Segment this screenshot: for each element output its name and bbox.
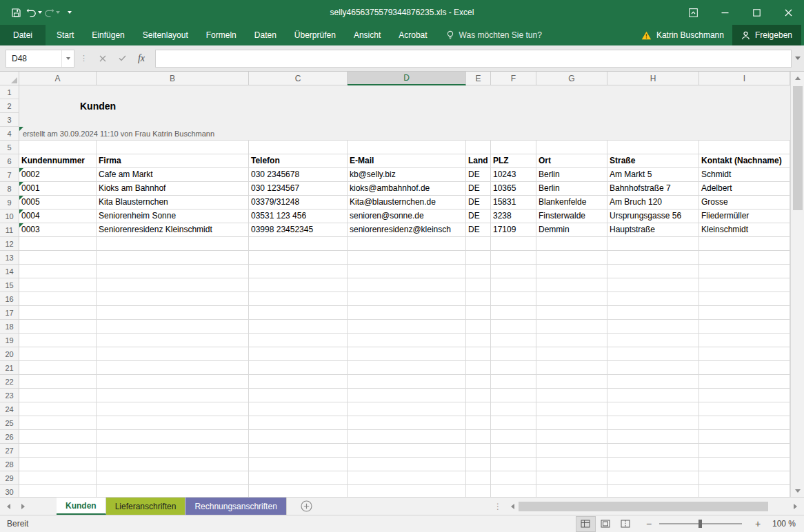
cell-E17[interactable] xyxy=(466,306,491,320)
cell-D17[interactable] xyxy=(348,306,466,320)
cell-B29[interactable] xyxy=(97,471,249,485)
cell-E6[interactable]: Land xyxy=(466,154,491,168)
cell-I13[interactable] xyxy=(699,251,790,265)
tab-datei[interactable]: Datei xyxy=(0,25,46,45)
cell-C6[interactable]: Telefon xyxy=(249,154,348,168)
column-header-F[interactable]: F xyxy=(491,72,536,85)
cell-B10[interactable]: Seniorenheim Sonne xyxy=(97,209,249,223)
cell-F12[interactable] xyxy=(491,237,536,251)
cell-A8[interactable]: 0001 xyxy=(19,182,97,196)
cell-H8[interactable]: Bahnhofstraße 7 xyxy=(607,182,699,196)
cell-H29[interactable] xyxy=(607,471,699,485)
cell-G6[interactable]: Ort xyxy=(536,154,607,168)
cell-B21[interactable] xyxy=(97,361,249,375)
formula-input[interactable] xyxy=(155,50,792,68)
cell-F8[interactable]: 10365 xyxy=(491,182,536,196)
cell-I17[interactable] xyxy=(699,306,790,320)
row-header-30[interactable]: 30 xyxy=(0,485,19,497)
cell-H18[interactable] xyxy=(607,320,699,334)
cell-F11[interactable]: 17109 xyxy=(491,223,536,237)
cell-E26[interactable] xyxy=(466,430,491,444)
cell-B16[interactable] xyxy=(97,292,249,306)
cell-H24[interactable] xyxy=(607,402,699,416)
row-header-8[interactable]: 8 xyxy=(0,182,19,196)
page-break-preview-button[interactable] xyxy=(616,517,635,531)
cell-I30[interactable] xyxy=(699,485,790,497)
cell-F13[interactable] xyxy=(491,251,536,265)
cell-E23[interactable] xyxy=(466,389,491,402)
cell-C30[interactable] xyxy=(249,485,348,497)
cell-H6[interactable]: Straße xyxy=(607,154,699,168)
cell-H15[interactable] xyxy=(607,278,699,292)
column-header-D[interactable]: D xyxy=(348,72,466,85)
cell-A14[interactable] xyxy=(19,265,97,278)
cell-F25[interactable] xyxy=(491,416,536,430)
cell-A19[interactable] xyxy=(19,334,97,347)
cell-I20[interactable] xyxy=(699,347,790,361)
cell-E25[interactable] xyxy=(466,416,491,430)
cell-I8[interactable]: Adelbert xyxy=(699,182,790,196)
zoom-percentage[interactable]: 100 % xyxy=(772,519,804,529)
cell-I7[interactable]: Schmidt xyxy=(699,168,790,182)
horizontal-scrollbar-track[interactable] xyxy=(519,501,789,512)
cell-D20[interactable] xyxy=(348,347,466,361)
cell-H7[interactable]: Am Markt 5 xyxy=(607,168,699,182)
cell-F21[interactable] xyxy=(491,361,536,375)
cell-G13[interactable] xyxy=(536,251,607,265)
cell-G14[interactable] xyxy=(536,265,607,278)
cell-I9[interactable]: Grosse xyxy=(699,196,790,209)
row-header-28[interactable]: 28 xyxy=(0,458,19,471)
cell-G18[interactable] xyxy=(536,320,607,334)
cell-I26[interactable] xyxy=(699,430,790,444)
cell-I18[interactable] xyxy=(699,320,790,334)
cell-B26[interactable] xyxy=(97,430,249,444)
cell-H12[interactable] xyxy=(607,237,699,251)
cell-E27[interactable] xyxy=(466,444,491,458)
row-header-16[interactable]: 16 xyxy=(0,292,19,306)
row-header-11[interactable]: 11 xyxy=(0,223,19,237)
maximize-button[interactable] xyxy=(741,0,772,25)
row-header-23[interactable]: 23 xyxy=(0,389,19,402)
cell-C28[interactable] xyxy=(249,458,348,471)
scroll-down-button[interactable] xyxy=(791,484,804,497)
cell-C26[interactable] xyxy=(249,430,348,444)
cell-D16[interactable] xyxy=(348,292,466,306)
zoom-slider-thumb[interactable] xyxy=(699,520,702,528)
cell-A29[interactable] xyxy=(19,471,97,485)
sheet-nav-right-button[interactable] xyxy=(21,502,25,511)
cell-A5[interactable] xyxy=(19,141,97,154)
cell-G9[interactable]: Blankenfelde xyxy=(536,196,607,209)
cell-I22[interactable] xyxy=(699,375,790,389)
column-header-E[interactable]: E xyxy=(466,72,491,85)
add-sheet-button[interactable] xyxy=(292,498,321,515)
cell-A27[interactable] xyxy=(19,444,97,458)
sheet-tab-kunden[interactable]: Kunden xyxy=(57,498,106,515)
name-box-dropdown[interactable] xyxy=(61,50,74,67)
cell-I11[interactable]: Kleinschmidt xyxy=(699,223,790,237)
cell-F6[interactable]: PLZ xyxy=(491,154,536,168)
row-header-5[interactable]: 5 xyxy=(0,141,19,154)
cell-G17[interactable] xyxy=(536,306,607,320)
cell-E24[interactable] xyxy=(466,402,491,416)
cell-E5[interactable] xyxy=(466,141,491,154)
cell-H16[interactable] xyxy=(607,292,699,306)
cell-E20[interactable] xyxy=(466,347,491,361)
row-header-9[interactable]: 9 xyxy=(0,196,19,209)
cell-C14[interactable] xyxy=(249,265,348,278)
cell-D23[interactable] xyxy=(348,389,466,402)
cell-A28[interactable] xyxy=(19,458,97,471)
row-header-21[interactable]: 21 xyxy=(0,361,19,375)
horizontal-scrollbar[interactable] xyxy=(506,498,804,515)
cell-A22[interactable] xyxy=(19,375,97,389)
cell-B7[interactable]: Cafe am Markt xyxy=(97,168,249,182)
cell-C19[interactable] xyxy=(249,334,348,347)
cell-B25[interactable] xyxy=(97,416,249,430)
cell-I10[interactable]: Fliedermüller xyxy=(699,209,790,223)
cell-F5[interactable] xyxy=(491,141,536,154)
cell-F28[interactable] xyxy=(491,458,536,471)
cell-G16[interactable] xyxy=(536,292,607,306)
cell-G20[interactable] xyxy=(536,347,607,361)
cell-A25[interactable] xyxy=(19,416,97,430)
column-header-H[interactable]: H xyxy=(607,72,699,85)
row-header-2[interactable]: 2 xyxy=(0,99,19,113)
